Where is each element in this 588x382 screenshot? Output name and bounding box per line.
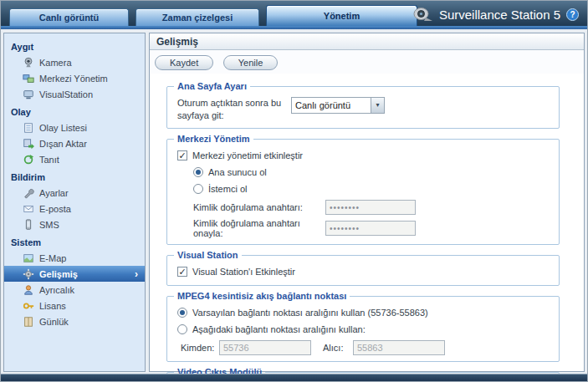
auth-key-confirm-field xyxy=(325,221,416,236)
fieldset-central-management: Merkezi Yönetim ✓ Merkezi yönetimi etkin… xyxy=(166,134,560,245)
sidebar-item-label: Tanıt xyxy=(39,155,59,165)
port-from-field xyxy=(219,340,311,355)
home-page-select[interactable]: Canlı görüntü ▾ xyxy=(291,97,385,114)
refresh-button[interactable]: Yenile xyxy=(223,55,279,70)
sidebar-item-e-map[interactable]: E-Map xyxy=(4,250,145,266)
app-title: Surveillance Station 5 xyxy=(439,8,560,22)
enable-visual-station-checkbox[interactable]: ✓ xyxy=(177,267,187,277)
port-to-field xyxy=(353,340,445,355)
fieldset-visual-station: Visual Station ✓ Visual Station'ı Etkinl… xyxy=(166,250,560,286)
sidebar-item-label: VisualStation xyxy=(39,89,93,99)
sidebar-item-disan-aktar[interactable]: Dışan Aktar xyxy=(4,135,145,151)
fieldset-home-page: Ana Sayfa Ayarı Oturum açtıktan sonra bu… xyxy=(166,81,560,129)
bottom-status-strip xyxy=(1,374,587,381)
page-title: Gelişmiş xyxy=(150,33,584,50)
topbar-accent-strip xyxy=(1,26,587,29)
checkbox-label[interactable]: Visual Station'ı Etkinleştir xyxy=(192,267,295,277)
app-window: Canlı görüntü Zaman çizelgesi Yönetim Su… xyxy=(0,0,588,382)
promote-icon xyxy=(23,154,34,166)
sidebar-item-label: E-Map xyxy=(39,253,66,263)
wrench-icon xyxy=(23,187,34,199)
tab-canli-goruntu[interactable]: Canlı görüntü xyxy=(9,8,129,26)
sms-phone-icon xyxy=(23,219,34,231)
sidebar-item-label: Dışan Aktar xyxy=(39,139,87,149)
fieldset-legend: MPEG4 kesintisiz akış bağlantı noktası xyxy=(174,291,350,301)
sidebar-item-gunluk[interactable]: Günlük xyxy=(4,313,145,329)
port-from-label: Kimden: xyxy=(181,343,219,353)
main-panel: Gelişmiş Kaydet Yenile Ana Sayfa Ayarı O… xyxy=(149,33,585,372)
app-logo: Surveillance Station 5 ? xyxy=(413,3,579,25)
sidebar-item-e-posta[interactable]: E-posta xyxy=(4,201,145,216)
camera-icon xyxy=(413,8,433,22)
auth-key-field xyxy=(325,200,416,215)
auth-key-label: Kimlik doğrulama anahtarı: xyxy=(193,202,325,212)
save-button[interactable]: Kaydet xyxy=(155,55,213,70)
help-icon[interactable]: ? xyxy=(566,8,579,21)
gear-icon xyxy=(23,268,34,280)
port-to-label: Alıcı: xyxy=(323,343,353,353)
sidebar-item-label: Gelişmiş xyxy=(39,269,78,279)
sidebar-item-merkezi-yonetim[interactable]: Merkezi Yönetim xyxy=(4,70,145,86)
sidebar-item-label: E-posta xyxy=(39,204,71,214)
chevron-right-icon: › xyxy=(135,268,138,280)
sidebar-item-label: SMS xyxy=(39,220,59,230)
chevron-down-icon[interactable]: ▾ xyxy=(371,98,384,113)
toolbar: Kaydet Yenile xyxy=(150,50,584,74)
camera-icon xyxy=(23,57,34,69)
sidebar-item-gelismis[interactable]: Gelişmiş › xyxy=(4,266,145,282)
sidebar-item-label: Lisans xyxy=(39,301,66,311)
fieldset-mpeg4-port: MPEG4 kesintisiz akış bağlantı noktası V… xyxy=(166,291,560,362)
client-radio[interactable] xyxy=(193,184,203,194)
sidebar: Aygıt Kamera Merkezi Yönetim VisualStati… xyxy=(3,33,146,372)
sidebar-item-visualstation[interactable]: VisualStation xyxy=(4,86,145,102)
select-value: Canlı görüntü xyxy=(292,98,371,113)
sidebar-section-bildirim: Bildirim xyxy=(4,167,145,185)
sidebar-item-label: Ayarlar xyxy=(39,188,69,198)
radio-label[interactable]: Ana sunucu ol xyxy=(208,167,267,177)
host-server-radio[interactable] xyxy=(193,167,203,177)
privilege-user-icon xyxy=(23,284,34,296)
custom-port-range-radio[interactable] xyxy=(177,324,187,334)
tab-yonetim[interactable]: Yönetim xyxy=(266,5,417,26)
settings-content: Ana Sayfa Ayarı Oturum açtıktan sonra bu… xyxy=(150,74,584,382)
sidebar-section-olay: Olay xyxy=(4,102,145,120)
home-page-label: Oturum açtıktan sonra bu sayfaya git: xyxy=(177,97,291,122)
sidebar-item-olay-listesi[interactable]: Olay Listesi xyxy=(4,120,145,135)
fieldset-legend: Visual Station xyxy=(174,250,242,260)
tab-zaman-cizelgesi[interactable]: Zaman çizelgesi xyxy=(135,8,259,26)
default-port-range-radio[interactable] xyxy=(177,308,187,318)
radio-label[interactable]: Varsayılan bağlantı noktası aralığını ku… xyxy=(192,308,428,318)
enable-central-management-checkbox[interactable]: ✓ xyxy=(177,150,187,160)
visualstation-icon xyxy=(23,89,34,100)
mail-icon xyxy=(23,203,34,215)
emap-icon xyxy=(23,252,34,264)
export-icon xyxy=(23,138,34,150)
sidebar-section-sistem: Sistem xyxy=(4,232,145,250)
event-list-icon xyxy=(23,122,34,134)
sidebar-section-aygit: Aygıt xyxy=(4,37,145,54)
sidebar-item-label: Olay Listesi xyxy=(39,123,87,133)
sidebar-item-label: Kamera xyxy=(39,58,72,68)
radio-label[interactable]: Aşağıdaki bağlantı noktası aralığını kul… xyxy=(192,324,366,334)
radio-label[interactable]: İstemci ol xyxy=(208,184,247,194)
license-key-icon xyxy=(23,300,34,312)
sidebar-item-kamera[interactable]: Kamera xyxy=(4,54,145,70)
log-book-icon xyxy=(23,316,34,328)
sidebar-item-sms[interactable]: SMS xyxy=(4,216,145,232)
sidebar-item-tanit[interactable]: Tanıt xyxy=(4,151,145,167)
checkbox-label[interactable]: Merkezi yönetimi etkinleştir xyxy=(192,150,303,160)
sidebar-item-label: Ayrıcalık xyxy=(39,285,74,295)
sidebar-item-label: Günlük xyxy=(39,317,69,327)
auth-key-confirm-label: Kimlik doğrulama anahtarı onayla: xyxy=(193,218,325,238)
sidebar-item-label: Merkezi Yönetim xyxy=(39,74,108,84)
fieldset-legend: Ana Sayfa Ayarı xyxy=(174,81,250,91)
sidebar-item-lisans[interactable]: Lisans xyxy=(4,298,145,313)
central-management-icon xyxy=(23,73,34,84)
top-navigation-bar: Canlı görüntü Zaman çizelgesi Yönetim Su… xyxy=(1,1,587,26)
sidebar-item-ayarlar[interactable]: Ayarlar xyxy=(4,185,145,201)
sidebar-item-ayricalik[interactable]: Ayrıcalık xyxy=(4,282,145,298)
fieldset-legend: Merkezi Yönetim xyxy=(174,134,253,144)
